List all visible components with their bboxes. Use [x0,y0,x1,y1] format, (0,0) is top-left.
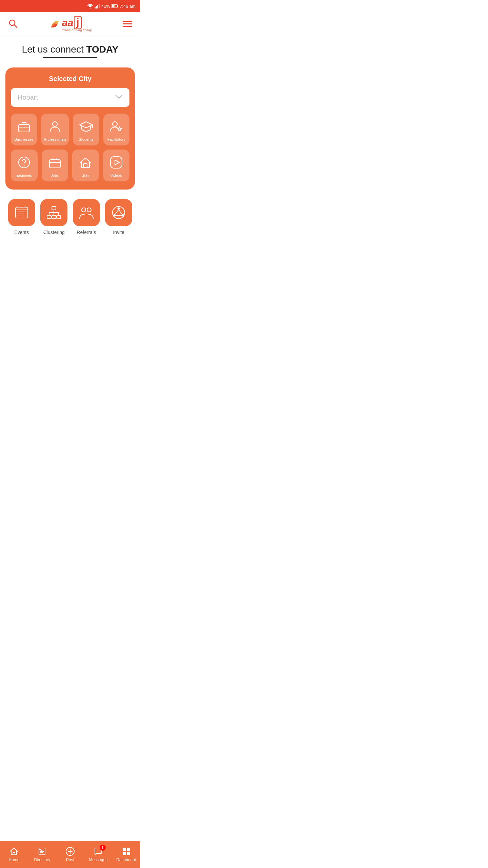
menu-button[interactable] [121,19,134,28]
videos-label: Videos [110,173,122,177]
logo-tagline: Transforming Today [62,28,92,32]
svg-rect-35 [57,215,61,219]
logo-bracket: j [74,16,81,29]
search-button[interactable] [7,17,19,31]
grid-item-stay[interactable]: Stay [72,150,99,181]
referrals-icon-bg [73,199,100,226]
clustering-icon [46,205,62,220]
events-icon-bg [8,199,35,226]
question-icon [17,155,32,170]
facilitators-label: Facilitators [107,137,125,141]
businesses-label: Businesses [15,137,34,141]
svg-rect-2 [96,6,97,8]
svg-point-46 [114,214,116,217]
status-icons: 45% 7:46 am [87,4,136,9]
clustering-icon-bg [40,199,67,226]
hero-section: Let us connect TODAY [0,36,140,61]
dropdown-arrow-icon [115,95,123,101]
ext-item-invite[interactable]: Invite [105,199,132,235]
svg-point-19 [24,165,25,166]
referrals-icon [78,205,95,220]
hamburger-icon [123,21,132,22]
external-section: Events Clustering [0,196,140,238]
grid-item-jobs[interactable]: Jobs [42,150,68,181]
logo-leaf-icon [48,18,61,30]
person-star-icon [109,119,124,134]
svg-rect-1 [95,7,96,8]
stay-label: Stay [82,173,89,177]
logo: aa j Transforming Today [48,16,92,32]
grid-item-enquiries[interactable]: Enquiries [11,150,38,181]
svg-rect-6 [118,5,118,7]
city-card-title: Selected City [11,75,129,83]
person-icon [47,119,62,134]
play-icon [109,155,124,170]
svg-point-42 [87,208,91,212]
jobs-label: Jobs [51,173,59,177]
svg-line-9 [14,25,17,27]
grid-item-videos[interactable]: Videos [103,150,130,181]
svg-point-45 [122,214,124,217]
grid-item-businesses[interactable]: Businesses [11,114,37,145]
invite-label: Invite [113,230,124,235]
status-bar: 45% 7:46 am [0,0,140,12]
time-text: 7:46 am [120,4,136,9]
svg-rect-3 [97,5,98,8]
invite-icon [111,205,126,220]
city-card: Selected City Hobart Businesses [5,67,135,190]
svg-point-44 [118,208,120,210]
referrals-label: Referrals [77,230,96,235]
clustering-label: Clustering [43,230,65,235]
invite-icon-bg [105,199,132,226]
svg-point-0 [89,8,90,9]
grid-row-2: Enquiries Jobs St [11,150,129,181]
app-header: aa j Transforming Today [0,12,140,36]
svg-point-17 [113,122,117,126]
events-icon [14,205,29,220]
ext-item-referrals[interactable]: Referrals [73,199,100,235]
briefcase-open-icon [47,155,62,170]
svg-rect-32 [52,206,56,210]
svg-rect-4 [99,4,100,8]
grid-item-facilitators[interactable]: Facilitators [103,114,129,145]
svg-line-48 [115,210,119,214]
hero-underline [43,57,97,58]
events-label: Events [14,230,29,235]
logo-text: aa [62,17,73,28]
city-dropdown[interactable]: Hobart [11,88,129,107]
svg-point-14 [53,122,57,126]
house-icon [78,155,93,170]
svg-rect-23 [16,207,28,218]
professionals-label: Professionals [44,137,66,141]
svg-rect-33 [47,215,51,219]
ext-item-events[interactable]: Events [8,199,35,235]
students-label: Students [79,137,93,141]
grid-item-professionals[interactable]: Professionals [41,114,69,145]
graduation-icon [79,119,94,134]
svg-rect-34 [52,215,56,219]
svg-line-47 [119,210,122,214]
ext-item-clustering[interactable]: Clustering [40,199,67,235]
svg-rect-21 [84,163,87,167]
svg-point-18 [19,157,29,168]
svg-rect-22 [110,157,122,168]
grid-item-students[interactable]: Students [73,114,99,145]
grid-row-1: Businesses Professionals Students [11,114,129,145]
search-icon [8,19,18,28]
city-dropdown-value: Hobart [18,94,38,101]
briefcase-icon [17,119,32,134]
svg-point-41 [82,208,86,212]
battery-text: 45% [101,4,110,9]
hero-tagline: Let us connect TODAY [7,44,134,55]
enquiries-label: Enquiries [16,173,32,177]
